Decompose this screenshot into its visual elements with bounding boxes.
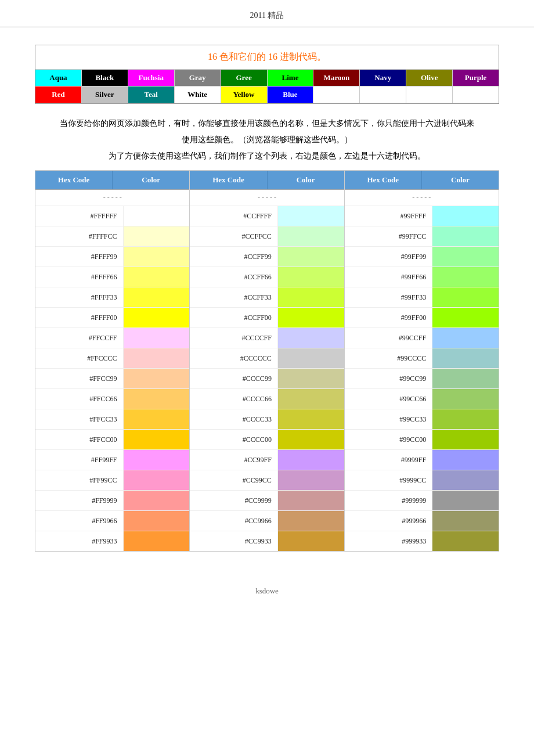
hex-code: #CCFF99 [190, 247, 278, 267]
table-row: #99CC99 [345, 369, 499, 389]
color-swatch [124, 206, 190, 226]
col-2-color-header: Color [268, 171, 344, 189]
hex-code: #FF9966 [35, 511, 124, 531]
table-row: #FFFF99 [35, 247, 189, 267]
color-swatch [278, 511, 344, 531]
color-cell-lime: Lime [268, 70, 314, 86]
sep-2: - - - - - [190, 190, 344, 206]
hex-code: #99FF33 [345, 287, 433, 307]
table-row: #CCFF99 [190, 247, 344, 267]
table-row: #FF99FF [35, 450, 189, 470]
hex-code: #FFFFCC [35, 226, 124, 246]
color-swatch [124, 389, 190, 409]
color-cell-white: White [175, 87, 221, 103]
header-title: 2011 精品 [250, 11, 284, 20]
color-swatch [432, 450, 499, 470]
color-cell-navy: Navy [360, 70, 406, 86]
col-3-hex-header: Hex Code [345, 171, 422, 189]
hex-code: #CC9966 [190, 511, 278, 531]
color-swatch [124, 308, 190, 327]
color-swatch [278, 389, 344, 409]
color-swatch [278, 287, 344, 307]
color-swatch [124, 470, 190, 490]
hex-code: #FFCC99 [35, 369, 124, 388]
color-cell-teal: Teal [128, 87, 175, 103]
table-row: #FFFF66 [35, 267, 189, 287]
three-col-table: Hex Code Color - - - - - #FFFFFF#FFFFCC#… [35, 170, 499, 552]
table-row: #99CCCC [345, 348, 499, 369]
page-footer: ksdowe [0, 575, 534, 607]
hex-code: #CC9999 [190, 491, 278, 510]
color-swatch [278, 226, 344, 246]
hex-code: #FF9999 [35, 491, 124, 510]
table-row: #CC9999 [190, 491, 344, 511]
table-row: #FFFFCC [35, 226, 189, 247]
color-cell-gray: Gray [175, 70, 221, 86]
table-row: #CCFF33 [190, 287, 344, 308]
hex-code: #CCFF66 [190, 267, 278, 287]
table-row: #99CC00 [345, 430, 499, 450]
color-swatch [432, 389, 499, 409]
table-row: #999999 [345, 491, 499, 511]
table-row: #FFCCCC [35, 348, 189, 369]
hex-code: #99FF99 [345, 247, 433, 267]
color-swatch [432, 511, 499, 531]
color-cell-purple: Purple [453, 70, 499, 86]
desc-line1: 当你要给你的网页添加颜色时，有时，你能够直接使用该颜色的名称，但是大多情况下，你… [35, 116, 499, 132]
table-row: #FFFF00 [35, 308, 189, 328]
table-row: #FFCCFF [35, 328, 189, 348]
color-swatch [432, 206, 499, 226]
table-row: #CCCCCC [190, 348, 344, 369]
hex-code: #999966 [345, 511, 433, 531]
table-row: #CCFFFF [190, 206, 344, 226]
color-cell-maroon: Maroon [313, 70, 360, 86]
color-row-2: RedSilverTealWhiteYellowBlue [35, 87, 499, 103]
hex-code: #9999CC [345, 470, 433, 490]
table-row: #FFCC99 [35, 369, 189, 389]
hex-code: #CCCC33 [190, 409, 278, 429]
hex-code: #99FFFF [345, 206, 433, 226]
color-swatch [432, 287, 499, 307]
color-swatch [124, 226, 190, 246]
hex-code: #99CCFF [345, 328, 433, 348]
page-header: 2011 精品 [0, 0, 534, 27]
color-cell-gree: Gree [221, 70, 268, 86]
hex-table-section: Hex Code Color - - - - - #FFFFFF#FFFFCC#… [35, 170, 499, 552]
sep-3: - - - - - [345, 190, 499, 206]
color-swatch [278, 328, 344, 348]
color-swatch [278, 206, 344, 226]
table-row: #FF9933 [35, 531, 189, 551]
col-1: Hex Code Color - - - - - #FFFFFF#FFFFCC#… [35, 171, 190, 551]
color-swatch [432, 409, 499, 429]
hex-code: #CCFF33 [190, 287, 278, 307]
table-row: #CC9966 [190, 511, 344, 531]
col-2-rows: #CCFFFF#CCFFCC#CCFF99#CCFF66#CCFF33#CCFF… [190, 206, 344, 551]
hex-code: #CCFFFF [190, 206, 278, 226]
hex-code: #CCFF00 [190, 308, 278, 327]
hex-code: #CC99CC [190, 470, 278, 490]
col-2-header: Hex Code Color [190, 171, 344, 190]
hex-code: #FFFFFF [35, 206, 124, 226]
table-row: #CCFF00 [190, 308, 344, 328]
hex-code: #99CC33 [345, 409, 433, 429]
table-row: #CC9933 [190, 531, 344, 551]
color-swatch [278, 348, 344, 368]
color-cell-aqua: Aqua [35, 70, 82, 86]
table-row: #FFCC66 [35, 389, 189, 409]
table-row: #99FFCC [345, 226, 499, 247]
color-cell-empty [453, 87, 499, 103]
hex-code: #FFCCFF [35, 328, 124, 348]
table-row: #99FF99 [345, 247, 499, 267]
hex-code: #FFFF66 [35, 267, 124, 287]
table-row: #FFCC00 [35, 430, 189, 450]
table-row: #CCCC33 [190, 409, 344, 430]
color-cell-red: Red [35, 87, 82, 103]
color-swatch [432, 226, 499, 246]
table-row: #CCFF66 [190, 267, 344, 287]
hex-code: #FFFF00 [35, 308, 124, 327]
table-row: #FFFFFF [35, 206, 189, 226]
hex-code: #FFCC66 [35, 389, 124, 409]
color-swatch [432, 308, 499, 327]
color-swatch [124, 450, 190, 470]
table-row: #99CC66 [345, 389, 499, 409]
